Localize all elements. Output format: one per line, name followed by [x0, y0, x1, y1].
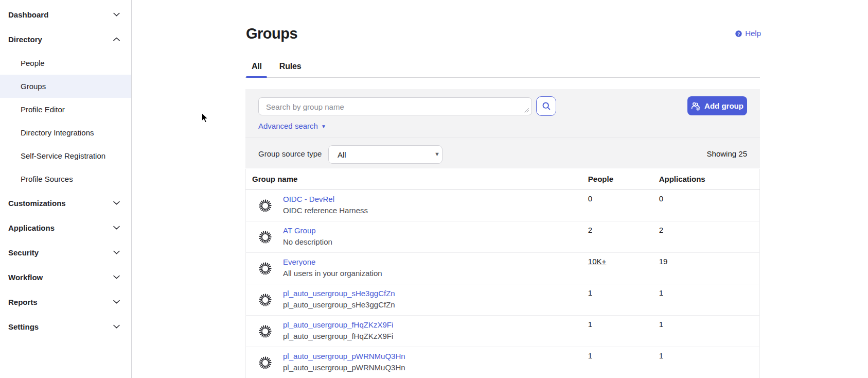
svg-text:?: ?	[737, 31, 740, 37]
